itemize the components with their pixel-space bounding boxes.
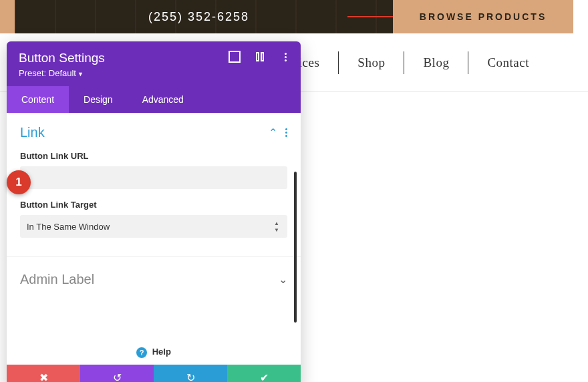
browse-products-label: BROWSE PRODUCTS (420, 11, 547, 22)
columns-icon[interactable] (254, 51, 266, 63)
panel-header[interactable]: Button Settings Preset: Default▼ (7, 41, 301, 86)
link-section: Link ⌃ Button Link URL Button Link Targe… (7, 113, 301, 257)
redo-button[interactable]: ↻ (154, 365, 227, 382)
phone-number: (255) 352-6258 (148, 10, 249, 24)
url-field-label: Button Link URL (20, 151, 287, 161)
help-label: Help (152, 347, 171, 357)
nav-shop[interactable]: Shop (339, 51, 404, 74)
expand-icon[interactable] (229, 51, 241, 63)
top-banner: (255) 352-6258 BROWSE PRODUCTS (15, 0, 573, 33)
undo-button[interactable]: ↺ (80, 365, 154, 382)
section-more-icon[interactable] (285, 128, 287, 137)
nav-blog[interactable]: Blog (404, 51, 468, 74)
badge-number: 1 (15, 176, 21, 189)
admin-label-title[interactable]: Admin Label (20, 272, 94, 287)
target-selected-value: In The Same Window (27, 222, 110, 232)
help-icon: ? (136, 347, 147, 358)
browse-products-button[interactable]: BROWSE PRODUCTS (393, 0, 573, 33)
cancel-button[interactable]: ✖ (7, 365, 80, 382)
button-link-url-input[interactable] (20, 166, 287, 189)
target-field-label: Button Link Target (20, 200, 287, 210)
admin-label-section: Admin Label ⌄ (7, 257, 301, 302)
action-bar: ✖ ↺ ↻ ✔ (7, 365, 301, 382)
panel-body: Link ⌃ Button Link URL Button Link Targe… (7, 113, 301, 340)
collapse-icon[interactable]: ⌃ (269, 126, 277, 139)
help-link[interactable]: ? Help (7, 340, 301, 365)
button-settings-panel: Button Settings Preset: Default▼ Content… (7, 41, 301, 382)
caret-down-icon: ▼ (78, 71, 84, 77)
preset-label: Preset: Default (19, 68, 76, 78)
more-menu-icon[interactable] (279, 51, 291, 63)
link-section-title[interactable]: Link (20, 125, 45, 140)
tab-content[interactable]: Content (7, 86, 69, 113)
save-button[interactable]: ✔ (227, 365, 301, 382)
nav-contact[interactable]: Contact (468, 51, 548, 74)
select-arrows-icon: ▲▼ (274, 220, 279, 233)
banner-edge-left (0, 0, 15, 33)
preset-dropdown[interactable]: Preset: Default▼ (19, 68, 289, 78)
settings-tabs: Content Design Advanced (7, 86, 301, 113)
tab-advanced[interactable]: Advanced (128, 86, 198, 113)
tab-design[interactable]: Design (69, 86, 128, 113)
scrollbar[interactable] (294, 172, 297, 323)
button-link-target-select[interactable]: In The Same Window (20, 215, 287, 238)
annotation-badge-1: 1 (7, 170, 31, 194)
expand-icon[interactable]: ⌄ (279, 273, 287, 286)
